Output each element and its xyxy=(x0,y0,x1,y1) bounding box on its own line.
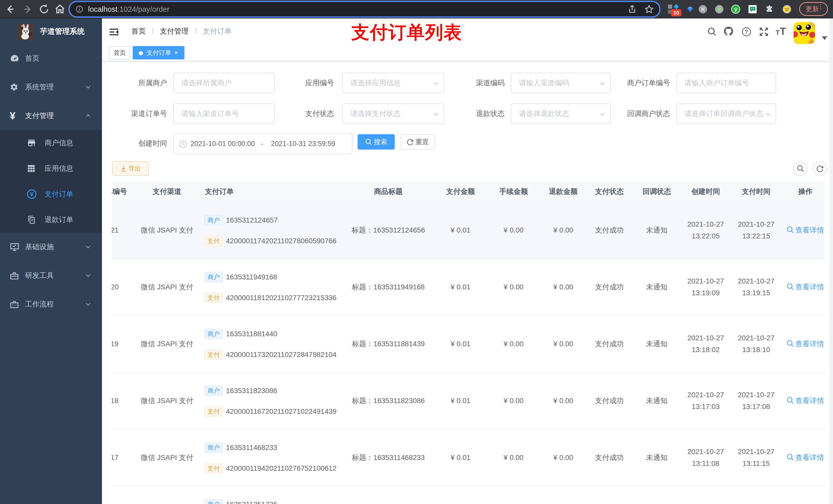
svg-text:¥: ¥ xyxy=(30,191,33,197)
svg-text:⌘: ⌘ xyxy=(700,7,706,12)
svg-text:?: ? xyxy=(745,28,748,35)
svg-text:y: y xyxy=(734,6,737,12)
